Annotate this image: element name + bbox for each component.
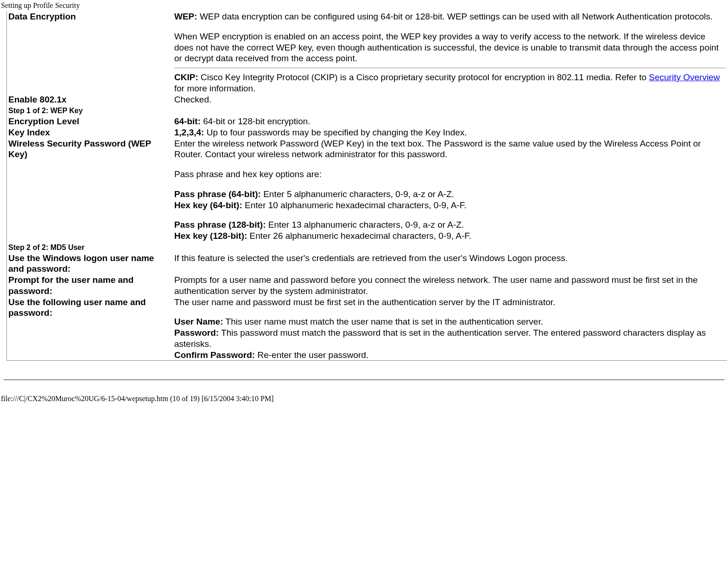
pp64-bold: Pass phrase (64-bit): <box>174 189 261 199</box>
value-enable-8021x: Checked. <box>174 95 211 104</box>
row-step1: Step 1 of 2: WEP Key <box>7 105 728 116</box>
settings-table: Data Encryption WEP: WEP data encryption… <box>6 11 727 361</box>
label-use-windows: Use the Windows logon user name and pass… <box>8 253 154 274</box>
label-enable-8021x: Enable 802.1x <box>8 95 67 104</box>
row-data-encryption: Data Encryption WEP: WEP data encryption… <box>7 11 728 94</box>
password-text: This password must match the password th… <box>174 328 706 349</box>
hk128-bold: Hex key (128-bit): <box>174 231 247 241</box>
row-step2: Step 2 of 2: MD5 User <box>7 242 728 253</box>
wep-key-intro: Enter the wireless network Password (WEP… <box>174 139 701 160</box>
value-data-encryption: WEP: WEP data encryption can be configur… <box>173 11 727 94</box>
row-encryption-level: Encryption Level 64-bit: 64-bit or 128-b… <box>7 116 728 127</box>
enc-level-text: 64-bit or 128-bit encryption. <box>201 116 310 126</box>
value-prompt: Prompts for a user name and password bef… <box>174 275 698 296</box>
ckip-bold: CKIP: <box>174 72 198 82</box>
wep-bold: WEP: <box>174 12 197 21</box>
content-area: Data Encryption WEP: WEP data encryption… <box>0 11 728 361</box>
label-wep-key: Wireless Security Password (WEP Key) <box>8 139 151 160</box>
use-following-intro: The user name and password must be first… <box>174 297 555 307</box>
row-use-windows: Use the Windows logon user name and pass… <box>7 253 728 275</box>
label-key-index: Key Index <box>8 128 50 137</box>
page-header: Setting up Profile Security <box>0 0 728 11</box>
password-bold: Password: <box>174 328 219 338</box>
confirm-password-bold: Confirm Password: <box>174 350 255 360</box>
key-index-text: Up to four passwords may be specified by… <box>204 128 467 137</box>
label-prompt: Prompt for the user name and password: <box>8 275 133 296</box>
pp128-bold: Pass phrase (128-bit): <box>174 220 266 230</box>
wep-key-options-intro: Pass phrase and hex key options are: <box>174 169 322 179</box>
enc-level-bold: 64-bit: <box>174 116 201 126</box>
page-footer: file:///C|/CX2%20Muroc%20UG/6-15-04/weps… <box>0 380 728 405</box>
ckip-text-after: for more information. <box>174 83 255 93</box>
pp128-text: Enter 13 alphanumeric characters, 0-9, a… <box>266 220 464 230</box>
wep-para2: When WEP encryption is enabled on an acc… <box>174 32 719 64</box>
hk64-bold: Hex key (64-bit): <box>174 200 242 210</box>
pp64-text: Enter 5 alphanumeric characters, 0-9, a-… <box>261 189 454 199</box>
label-step2: Step 2 of 2: MD5 User <box>8 243 84 251</box>
row-enable-8021x: Enable 802.1x Checked. <box>7 94 728 105</box>
ckip-text-before: Cisco Key Integrity Protocol (CKIP) is a… <box>198 72 649 82</box>
key-index-bold: 1,2,3,4: <box>174 128 204 137</box>
wep-text: WEP data encryption can be configured us… <box>197 12 713 21</box>
hk128-text: Enter 26 alphanumeric hexadecimal charac… <box>247 231 471 241</box>
inner-divider <box>174 68 726 68</box>
label-use-following: Use the following user name and password… <box>8 297 146 318</box>
label-step1: Step 1 of 2: WEP Key <box>8 107 83 115</box>
security-overview-link[interactable]: Security Overview <box>649 72 720 82</box>
label-data-encryption: Data Encryption <box>8 12 76 21</box>
value-wep-key: Enter the wireless network Password (WEP… <box>173 138 727 242</box>
row-wep-key: Wireless Security Password (WEP Key) Ent… <box>7 138 728 242</box>
username-bold: User Name: <box>174 317 223 326</box>
row-key-index: Key Index 1,2,3,4: Up to four passwords … <box>7 127 728 138</box>
row-use-following: Use the following user name and password… <box>7 297 728 361</box>
value-use-windows: If this feature is selected the user's c… <box>174 253 568 263</box>
hk64-text: Enter 10 alphanumeric hexadecimal charac… <box>242 200 467 210</box>
confirm-password-text: Re-enter the user password. <box>255 350 368 360</box>
label-encryption-level: Encryption Level <box>8 116 79 126</box>
value-use-following: The user name and password must be first… <box>173 297 727 361</box>
username-text: This user name must match the user name … <box>223 317 543 326</box>
row-prompt: Prompt for the user name and password: P… <box>7 275 728 297</box>
